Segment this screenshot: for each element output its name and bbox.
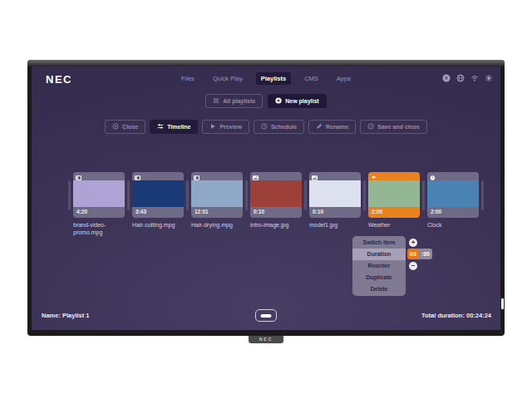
status-bar: Name: Playlist 1 Total duration: 00:24:2…: [32, 309, 500, 324]
duration-minutes[interactable]: 03: [407, 249, 419, 259]
close-circle-icon: [112, 123, 119, 131]
tab-cms[interactable]: CMS: [299, 72, 323, 85]
all-playlists-button[interactable]: All playlists: [205, 94, 263, 108]
system-icons: [442, 74, 493, 82]
monitor-bezel: NEC FilesQuick PlayPlaylistsCMSApps All …: [27, 60, 505, 336]
new-playlist-button[interactable]: New playlist: [268, 94, 326, 108]
umbrella-icon: [371, 172, 377, 184]
clip-context-menu: Switch itemDurationReorderDuplicateDelet…: [352, 236, 406, 296]
sliders-icon: [157, 123, 164, 131]
clip-name: model1.jpg: [309, 221, 361, 229]
bezel-nec-label: NEC: [249, 336, 283, 343]
timeline-toolbar: CloseTimelinePreviewScheduleRenameSave a…: [32, 120, 500, 134]
timeline-clip-model1-jpg[interactable]: 0:10model1.jpg: [309, 172, 361, 229]
top-nav: FilesQuick PlayPlaylistsCMSApps: [32, 72, 500, 85]
close-button[interactable]: Close: [105, 120, 145, 134]
menu-item-switch-item[interactable]: Switch item: [352, 237, 406, 249]
tab-playlists[interactable]: Playlists: [256, 72, 291, 85]
playlist-name-label: Name: Playlist 1: [42, 312, 90, 319]
save-and-close-button[interactable]: Save and close: [360, 120, 427, 134]
clip-thumbnail: [368, 180, 420, 207]
duration-seconds[interactable]: :00: [419, 249, 432, 259]
menu-item-delete[interactable]: Delete: [352, 283, 406, 295]
image-icon: [312, 172, 318, 184]
pencil-icon: [316, 123, 323, 131]
film-icon: [76, 172, 81, 184]
upload-circle-icon[interactable]: [442, 74, 451, 82]
clip-name: Weather: [368, 221, 420, 229]
power-indicator: [501, 298, 504, 309]
menu-item-duplicate[interactable]: Duplicate: [352, 272, 406, 283]
clip-thumbnail: [309, 180, 361, 207]
tray-handle-button[interactable]: [255, 309, 277, 322]
film-icon: [194, 172, 200, 184]
clip-name: Hair-drying.mpg: [191, 221, 243, 229]
timeline-clip-hair-drying-mpg[interactable]: 12:01Hair-drying.mpg: [191, 172, 243, 229]
screen: NEC FilesQuick PlayPlaylistsCMSApps All …: [32, 66, 500, 330]
drag-handle[interactable]: [186, 180, 189, 210]
clip-duration: 2:00: [368, 207, 420, 218]
menu-item-reorder[interactable]: Reorder: [352, 260, 406, 272]
gear-icon[interactable]: [485, 74, 493, 82]
timeline-button[interactable]: Timeline: [150, 120, 198, 134]
plus-circle-icon: [275, 97, 282, 105]
drag-handle[interactable]: [68, 180, 71, 210]
clip-duration: 0:10: [309, 207, 361, 218]
drag-handle[interactable]: [481, 180, 484, 210]
clip-thumbnail: [73, 180, 125, 207]
timeline-clip-clock[interactable]: 2:00Clock: [427, 172, 479, 229]
drag-handle[interactable]: [127, 180, 130, 210]
clip-name: Clock: [427, 221, 479, 229]
drag-handle[interactable]: [245, 180, 248, 210]
timeline-row: 4:20brand-video-promo.mpg3:43Hair-cuttin…: [66, 172, 486, 237]
tray-handle-bar-icon: [261, 314, 272, 318]
globe-icon[interactable]: [456, 74, 465, 82]
tab-files[interactable]: Files: [176, 72, 200, 85]
clip-name: brand-video-promo.mpg: [73, 221, 125, 237]
drag-handle[interactable]: [304, 180, 307, 210]
timeline-clip-brand-video-promo-mpg[interactable]: 4:20brand-video-promo.mpg: [73, 172, 125, 237]
clip-name: Hair-cutting.mpg: [132, 221, 184, 229]
clip-thumbnail: [191, 180, 243, 207]
duration-increase-button[interactable]: +: [409, 239, 417, 247]
menu-item-duration[interactable]: Duration: [352, 249, 406, 260]
clock-icon: [261, 123, 268, 131]
clip-duration: 2:00: [427, 207, 479, 218]
drag-handle[interactable]: [363, 180, 366, 210]
clip-duration: 3:43: [132, 207, 184, 218]
clip-duration: 12:01: [191, 207, 243, 218]
schedule-button[interactable]: Schedule: [254, 120, 304, 134]
clip-duration: 4:20: [73, 207, 125, 218]
preview-button[interactable]: Preview: [202, 120, 249, 134]
rename-button[interactable]: Rename: [308, 120, 356, 134]
tab-apps[interactable]: Apps: [332, 72, 356, 85]
total-duration-label: Total duration: 00:24:24: [421, 312, 491, 319]
timeline-clip-hair-cutting-mpg[interactable]: 3:43Hair-cutting.mpg: [132, 172, 184, 229]
wifi-icon[interactable]: [470, 74, 479, 82]
clock-icon: [430, 172, 436, 184]
playlist-actions: All playlistsNew playlist: [32, 94, 500, 108]
clip-thumbnail: [250, 180, 302, 207]
clip-thumbnail: [427, 180, 479, 207]
hamburger-icon: [213, 97, 219, 105]
play-icon: [209, 123, 216, 131]
check-circle-icon: [367, 123, 374, 131]
clip-duration: 0:10: [250, 207, 302, 218]
image-icon: [253, 172, 259, 184]
timeline-clip-weather[interactable]: 2:00Weather: [368, 172, 420, 229]
duration-decrease-button[interactable]: −: [409, 262, 417, 270]
tab-quick-play[interactable]: Quick Play: [208, 72, 248, 85]
clip-thumbnail: [132, 180, 184, 207]
film-icon: [135, 172, 140, 184]
duration-value-input[interactable]: 03 :00: [407, 249, 432, 259]
timeline-clip-intro-image-jpg[interactable]: 0:10intro-image.jpg: [250, 172, 302, 229]
clip-name: intro-image.jpg: [250, 221, 302, 229]
drag-handle[interactable]: [422, 180, 425, 210]
